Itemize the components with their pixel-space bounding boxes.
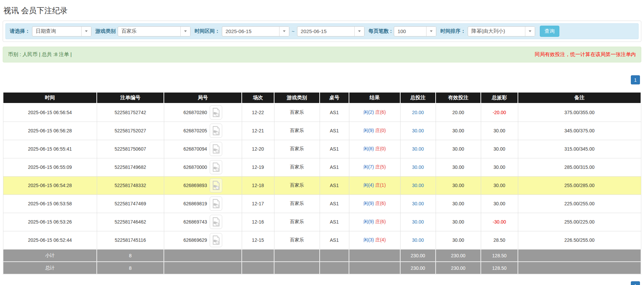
total-bet-link[interactable]: 30.00: [412, 164, 424, 170]
table-row[interactable]: 2025-06-15 06:55:41522581750607626870094…: [3, 140, 641, 158]
bet-id-cell: 522581745116: [97, 231, 164, 249]
total-bet-link[interactable]: 30.00: [412, 183, 424, 188]
bet-id-cell: 522581749682: [97, 158, 164, 176]
table-no-cell: AS1: [320, 176, 349, 195]
video-replay-button[interactable]: [210, 105, 222, 120]
chevron-down-icon[interactable]: [279, 27, 289, 36]
total-bet-link[interactable]: 20.00: [412, 110, 424, 115]
bet-id-cell: 522581746462: [97, 213, 164, 231]
game-type-select[interactable]: 百家乐: [118, 26, 191, 36]
time-sort-value: 降幂(由大到小): [468, 27, 508, 36]
chevron-down-icon[interactable]: [180, 27, 190, 36]
video-replay-button[interactable]: [210, 160, 222, 174]
total-bet-link[interactable]: 30.00: [412, 201, 424, 206]
column-header: 注单编号: [97, 92, 164, 103]
total-bet-cell: 20.00: [400, 103, 436, 122]
table-row[interactable]: 2025-06-15 06:56:28522581752027626870205…: [3, 122, 641, 140]
video-replay-button[interactable]: [210, 142, 222, 156]
time-sort-select[interactable]: 降幂(由大到小): [468, 26, 535, 36]
result-cell: 闲(4) 庄(1): [349, 176, 400, 195]
game-type-label: 游戏类别: [95, 28, 116, 34]
table-row[interactable]: 2025-06-15 06:55:09522581749682626870000…: [3, 158, 641, 176]
round-id: 626869893: [183, 183, 207, 188]
valid-bet-cell: 30.00: [436, 231, 481, 249]
total-bet-link[interactable]: 30.00: [412, 219, 424, 225]
footer-empty-cell: [518, 249, 641, 262]
table-row[interactable]: 2025-06-15 06:53:58522581747469626869819…: [3, 195, 641, 213]
summary-bar: 币别 : 人民币 | 总共 :8 注单 | 同局有效投注，统一计算在该局第一张注…: [3, 47, 641, 62]
date-from-value: 2025-06-15: [222, 27, 255, 36]
round-id-cell: 626869893: [164, 176, 242, 195]
note-cell: 255.00/225.00: [518, 213, 641, 231]
valid-bet-cell: 30.00: [436, 213, 481, 231]
footer-count-cell: 8: [97, 262, 164, 274]
total-bet-link[interactable]: 30.00: [412, 128, 424, 133]
video-replay-button[interactable]: [210, 124, 222, 138]
query-type-select[interactable]: 日期查询: [32, 26, 91, 36]
footer-label-cell: 小计: [3, 249, 97, 262]
footer-count-cell: 8: [97, 249, 164, 262]
video-file-icon: [212, 199, 220, 208]
round-id: 626870205: [183, 128, 207, 133]
column-header: 总派彩: [481, 92, 518, 103]
table-no-cell: AS1: [320, 231, 349, 249]
column-header: 时间: [3, 92, 97, 103]
video-file-icon: [212, 217, 220, 227]
total-bet-cell: 30.00: [400, 195, 436, 213]
notice-text: 同局有效投注，统一计算在该局第一张注单内: [535, 51, 636, 58]
video-file-icon: [212, 181, 220, 190]
table-row[interactable]: 2025-06-15 06:54:28522581748332626869893…: [3, 176, 641, 195]
video-replay-button[interactable]: [210, 178, 222, 192]
table-row[interactable]: 2025-06-15 06:53:26522581746462626869743…: [3, 213, 641, 231]
search-button[interactable]: 查询: [540, 26, 559, 37]
session-cell: 12-21: [242, 122, 274, 140]
footer-empty-cell: [274, 249, 320, 262]
chevron-down-icon[interactable]: [81, 27, 91, 36]
table-footer-row: 小计8230.00230.00128.50: [3, 249, 641, 262]
chevron-down-icon[interactable]: [354, 27, 364, 36]
page-size-select[interactable]: 100: [394, 26, 436, 36]
chevron-down-icon[interactable]: [525, 27, 535, 36]
date-from-select[interactable]: 2025-06-15: [222, 26, 289, 36]
game-type-cell: 百家乐: [274, 140, 320, 158]
bet-time-cell: 2025-06-15 06:52:44: [3, 231, 97, 249]
page-1-button[interactable]: 1: [631, 281, 640, 285]
game-type-cell: 百家乐: [274, 176, 320, 195]
video-replay-button[interactable]: [210, 233, 222, 247]
result-cell: 闲(2) 庄(6): [349, 103, 400, 122]
footer-valid-bet-cell: 230.00: [436, 262, 481, 274]
footer-empty-cell: [349, 249, 400, 262]
footer-empty-cell: [320, 249, 349, 262]
column-header: 局号: [164, 92, 242, 103]
round-id: 626869743: [183, 219, 207, 225]
valid-bet-cell: 30.00: [436, 176, 481, 195]
filter-panel: 请选择： 日期查询 游戏类别 百家乐 时间区间： 2025-06-15 ~ 20…: [3, 21, 641, 42]
footer-empty-cell: [518, 262, 641, 274]
result-cell: 闲(3) 庄(4): [349, 231, 400, 249]
result-cell: 闲(9) 庄(6): [349, 195, 400, 213]
bet-time-cell: 2025-06-15 06:54:28: [3, 176, 97, 195]
column-header: 备注: [518, 92, 641, 103]
total-bet-link[interactable]: 30.00: [412, 146, 424, 152]
footer-valid-bet-cell: 230.00: [436, 249, 481, 262]
round-id-cell: 626870000: [164, 158, 242, 176]
session-cell: 12-19: [242, 158, 274, 176]
payout-cell: 30.00: [481, 176, 518, 195]
round-id: 626869819: [183, 201, 207, 206]
payout-cell: 30.00: [481, 195, 518, 213]
page-1-button[interactable]: 1: [631, 75, 640, 84]
date-range-separator: ~: [292, 28, 295, 34]
chevron-down-icon[interactable]: [426, 27, 436, 36]
video-replay-button[interactable]: [210, 197, 222, 211]
video-replay-button[interactable]: [210, 215, 222, 229]
date-to-select[interactable]: 2025-06-15: [297, 26, 364, 36]
payout-cell: 28.50: [481, 231, 518, 249]
footer-empty-cell: [320, 262, 349, 274]
round-id-cell: 626869819: [164, 195, 242, 213]
round-id: 626870280: [183, 110, 207, 115]
total-bet-link[interactable]: 30.00: [412, 237, 424, 243]
table-row[interactable]: 2025-06-15 06:56:54522581752742626870280…: [3, 103, 641, 122]
game-type-value: 百家乐: [118, 27, 140, 36]
table-row[interactable]: 2025-06-15 06:52:44522581745116626869629…: [3, 231, 641, 249]
footer-total-bet-cell: 230.00: [400, 262, 436, 274]
